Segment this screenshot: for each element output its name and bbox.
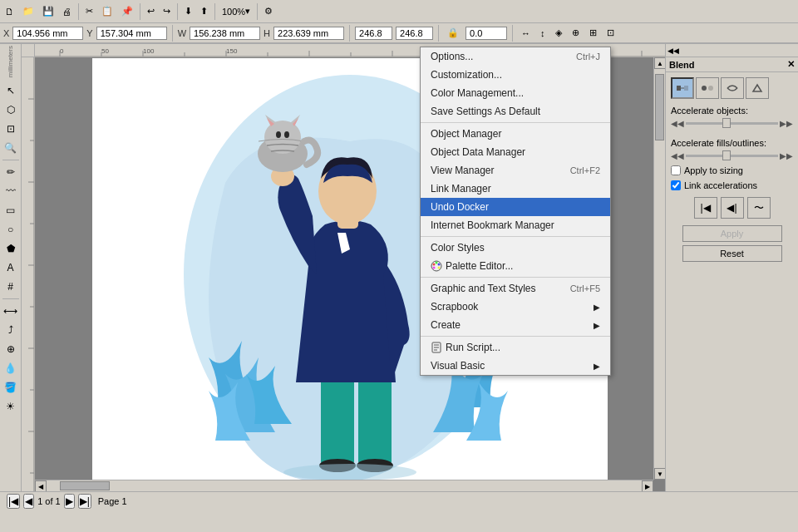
wave-btn[interactable]: 〜 [747,197,771,219]
open-btn[interactable]: 📁 [19,3,37,19]
new-btn[interactable]: 🗋 [2,4,17,19]
menu-item-palette-editor[interactable]: Palette Editor... [421,257,610,275]
y-input[interactable] [96,27,167,40]
mirror-v-btn[interactable]: ↕ [537,26,549,41]
scroll-right-btn[interactable]: ▶ [642,480,653,491]
sep1 [78,3,79,20]
table-tool[interactable]: # [2,278,20,296]
shape-tool[interactable]: ⬡ [2,101,20,119]
svg-point-62 [438,267,441,269]
parallel-dim-tool[interactable]: ⟷ [2,302,20,320]
import-btn[interactable]: ⬇ [181,3,195,19]
menu-item-options[interactable]: Options... Ctrl+J [421,47,610,66]
smartdraw-tool[interactable]: 〰 [2,182,20,200]
scroll-left-btn[interactable]: ◀ [35,480,47,491]
scrollbar-vertical[interactable]: ▲ ▼ [653,57,665,480]
mirror-h-btn[interactable]: ↔ [518,26,534,41]
extra-btn4[interactable]: ⊡ [603,25,618,41]
select-tool[interactable]: ↖ [2,81,20,100]
lock-btn[interactable]: 🔒 [444,25,462,41]
blend-type-4-btn[interactable] [746,77,769,99]
page-first-btn[interactable]: |◀ [7,494,20,509]
acc-obj-left-arrow[interactable]: ◀◀ [671,119,684,128]
scrollbar-horizontal[interactable]: ◀ ▶ [35,480,653,491]
w-input[interactable] [190,27,260,40]
menu-item-graphic-text-styles[interactable]: Graphic and Text Styles Ctrl+F5 [421,279,610,298]
sep9 [512,25,513,42]
save-btn[interactable]: 💾 [39,3,57,19]
acc-fill-left-arrow[interactable]: ◀◀ [671,151,684,160]
reset-button[interactable]: Reset [682,245,782,262]
menu-item-view-manager[interactable]: View Manager Ctrl+F2 [421,161,610,180]
menu-item-object-manager[interactable]: Object Manager [421,125,610,143]
paste-btn[interactable]: 📌 [118,3,136,19]
scroll-thumb-v[interactable] [655,74,664,140]
scroll-up-btn[interactable]: ▲ [654,57,665,69]
link-accelerations-checkbox[interactable] [671,180,681,190]
panel-close-icon[interactable]: ✕ [787,59,795,70]
x-input[interactable] [12,27,83,40]
rot-input[interactable] [466,27,507,40]
acc-obj-right-arrow[interactable]: ▶▶ [780,119,793,128]
page-name-label: Page 1 [98,496,127,506]
page-last-btn[interactable]: ▶| [78,494,91,509]
copy-btn[interactable]: 📋 [98,3,116,19]
menu-item-color-styles[interactable]: Color Styles [421,239,610,257]
undo-btn[interactable]: ↩ [144,3,158,19]
menu-item-undo-docker[interactable]: Undo Docker [421,198,610,216]
eyedropper-tool[interactable]: 💧 [2,359,20,377]
menu-item-color-management[interactable]: Color Management... [421,84,610,102]
page-next-btn[interactable]: ▶ [64,494,75,509]
blend-type-1-btn[interactable] [671,77,694,99]
script-icon [431,342,442,353]
acc-obj-thumb[interactable] [722,118,731,128]
interactive-tool[interactable]: ☀ [2,397,20,416]
scroll-down-btn[interactable]: ▼ [654,468,665,480]
menu-item-save-settings[interactable]: Save Settings As Default [421,102,610,121]
crop-tool[interactable]: ⊡ [2,120,20,138]
polygon-tool[interactable]: ⬟ [2,239,20,258]
svg-point-63 [433,267,436,269]
prev-btn[interactable]: ◀| [721,197,744,219]
apply-button[interactable]: Apply [682,225,782,242]
extra-btn2[interactable]: ⊕ [569,25,583,41]
extra-btn1[interactable]: ◈ [552,25,565,41]
acc-obj-slider[interactable] [686,122,778,125]
menu-item-run-script[interactable]: Run Script... [421,338,610,357]
menu-item-visual-basic[interactable]: Visual Basic ▶ [421,357,610,375]
export-btn[interactable]: ⬆ [197,3,211,19]
apply-sizing-checkbox[interactable] [671,165,681,175]
menu-item-link-manager[interactable]: Link Manager [421,180,610,198]
blend-type-3-btn[interactable] [721,77,744,99]
rect-tool[interactable]: ▭ [2,201,20,219]
acc-fill-right-arrow[interactable]: ▶▶ [780,151,793,160]
blend-tool[interactable]: ⊕ [2,340,20,358]
first-btn[interactable]: |◀ [694,197,717,219]
menu-item-internet-bookmark[interactable]: Internet Bookmark Manager [421,216,610,234]
menu-item-create[interactable]: Create ▶ [421,316,610,334]
menu-item-object-data-manager[interactable]: Object Data Manager [421,143,610,161]
zoom-tool[interactable]: 🔍 [2,139,20,157]
ellipse-tool[interactable]: ○ [2,220,20,239]
blend-title: Blend [669,60,695,70]
num2-input[interactable] [396,27,433,40]
menu-item-customization[interactable]: Customization... [421,66,610,84]
blend-type-2-btn[interactable] [696,77,719,99]
page-prev-btn[interactable]: ◀ [23,494,34,509]
num1-input[interactable] [355,27,392,40]
text-tool[interactable]: A [2,259,20,277]
scroll-thumb-h[interactable] [60,481,110,490]
print-btn[interactable]: 🖨 [59,4,75,19]
h-input[interactable] [273,27,344,40]
menu-item-scrapbook[interactable]: Scrapbook ▶ [421,298,610,316]
extra-btn3[interactable]: ⊞ [586,25,600,41]
acc-fill-slider[interactable] [686,155,778,157]
acc-fill-thumb[interactable] [722,150,731,160]
zoom-dropdown[interactable]: 100% ▾ [219,3,254,19]
cut-btn[interactable]: ✂ [82,3,96,19]
fill-tool[interactable]: 🪣 [2,378,20,397]
connector-tool[interactable]: ⤴ [2,321,20,339]
more-btn[interactable]: ⚙ [261,3,276,19]
redo-btn[interactable]: ↪ [160,3,174,19]
freehand-tool[interactable]: ✏ [2,163,20,181]
